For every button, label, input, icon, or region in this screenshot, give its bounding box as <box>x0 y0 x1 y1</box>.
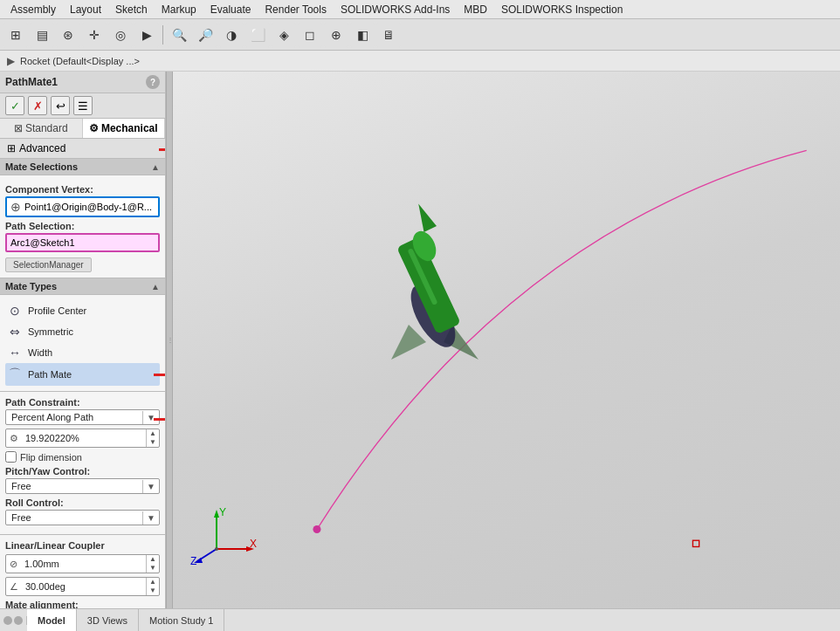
selection-manager-button[interactable]: SelectionManager <box>5 257 92 272</box>
path-selection-label: Path Selection: <box>5 221 160 231</box>
toolbar-btn-13[interactable]: 🖥 <box>376 23 401 47</box>
tab-model[interactable]: Model <box>27 609 77 631</box>
status-dot-2 <box>14 616 23 625</box>
coupler-field1-row[interactable]: ⊘ 1.00mm ▲ ▼ <box>5 554 160 573</box>
menu-layout[interactable]: Layout <box>63 2 108 17</box>
toolbar-btn-9[interactable]: ◈ <box>272 23 296 47</box>
document-title: Rocket (Default<Display ...> <box>20 56 140 66</box>
cancel-button[interactable]: ✗ <box>28 96 47 115</box>
svg-point-0 <box>313 525 320 533</box>
ok-button[interactable]: ✓ <box>5 96 24 115</box>
spinner-down[interactable]: ▼ <box>147 438 159 447</box>
coupler-icon-2: ∠ <box>6 580 22 594</box>
coupler-field2-value: 30.00deg <box>22 580 146 593</box>
toolbar-search[interactable]: 🔍 <box>167 23 191 47</box>
svg-rect-1 <box>692 540 699 546</box>
width-label: Width <box>28 347 52 358</box>
svg-marker-7 <box>412 201 437 232</box>
roll-arrow-icon[interactable]: ▼ <box>142 511 159 525</box>
mate-types-header[interactable]: Mate Types ▲ <box>0 278 165 295</box>
svg-marker-2 <box>391 325 426 360</box>
mate-selections-body: Component Vertex: ⊕ Point1@Origin@Body-1… <box>0 175 165 278</box>
mate-type-profile-center[interactable]: ⊙ Profile Center <box>5 300 160 321</box>
roll-dropdown[interactable]: Free ▼ <box>5 510 160 525</box>
tab-advanced[interactable]: ⊞ Advanced <box>0 139 165 159</box>
arrow-advanced-line <box>159 148 166 151</box>
panel-scroll-area[interactable]: Mate Selections ▲ Component Vertex: ⊕ Po… <box>0 159 165 608</box>
menu-solidworks-inspection[interactable]: SOLIDWORKS Inspection <box>494 2 630 17</box>
status-dot-1 <box>3 616 12 625</box>
coupler-spinner-1[interactable]: ▲ ▼ <box>146 555 159 573</box>
mate-type-width[interactable]: ↔ Width <box>5 342 160 363</box>
path-selection-field[interactable]: Arc1@Sketch1 <box>5 233 160 252</box>
mate-type-path-mate[interactable]: ⌒ Path Mate <box>5 363 160 386</box>
action-buttons-row: ✓ ✗ ↩ ☰ <box>0 93 165 119</box>
menu-render-tools[interactable]: Render Tools <box>258 2 334 17</box>
percent-input-row[interactable]: ⚙ 19.920220% ▲ ▼ <box>5 429 160 448</box>
mate-alignment-label: Mate alignment: <box>5 600 160 608</box>
3d-viewport[interactable]: Y X Z <box>173 72 840 608</box>
toolbar-zoom[interactable]: 🔎 <box>193 23 217 47</box>
main-toolbar: ⊞ ▤ ⊛ ✛ ◎ ▶ 🔍 🔎 ◑ ⬜ ◈ ◻ ⊕ ◧ 🖥 <box>0 19 840 51</box>
path-mate-wrapper: ⌒ Path Mate <box>5 363 160 386</box>
menu-mbd[interactable]: MBD <box>457 2 494 17</box>
pitch-yaw-arrow-icon[interactable]: ▼ <box>142 480 159 493</box>
mate-type-tabs: ⊠ Standard ⚙ Mechanical <box>0 119 165 139</box>
toolbar-btn-5[interactable]: ◎ <box>108 23 133 47</box>
toolbar-btn-8[interactable]: ⬜ <box>245 23 270 47</box>
coupler-spinner-2[interactable]: ▲ ▼ <box>146 578 159 595</box>
menu-solidworks-addins[interactable]: SOLIDWORKS Add-Ins <box>334 2 457 17</box>
toolbar-btn-10[interactable]: ◻ <box>298 23 322 47</box>
coupler-spinner-1-down[interactable]: ▼ <box>147 564 159 573</box>
panel-divider[interactable]: ⋮ <box>166 72 173 608</box>
spinner-up[interactable]: ▲ <box>147 429 159 438</box>
path-mate-label: Path Mate <box>28 369 72 380</box>
tab-3d-views[interactable]: 3D Views <box>77 609 139 631</box>
svg-text:X: X <box>250 538 257 550</box>
coupler-icon-1: ⊘ <box>6 557 21 572</box>
coupler-spinner-1-up[interactable]: ▲ <box>147 555 159 564</box>
path-constraint-dropdown[interactable]: Percent Along Path ▼ <box>5 409 160 425</box>
toolbar-btn-1[interactable]: ⊞ <box>3 23 28 47</box>
percent-spinner[interactable]: ▲ ▼ <box>146 429 159 447</box>
path-mate-icon: ⌒ <box>7 367 23 382</box>
coordinate-triad-svg: Y X Z <box>190 505 260 566</box>
pathmate-header: PathMate1 ? <box>0 72 165 93</box>
advanced-tab-icon: ⊞ <box>7 142 16 154</box>
help-button[interactable]: ? <box>146 75 160 89</box>
toolbar-btn-12[interactable]: ◧ <box>350 23 375 47</box>
toolbar-btn-11[interactable]: ⊕ <box>324 23 348 47</box>
tab-standard[interactable]: ⊠ Standard <box>0 119 83 138</box>
coupler-section: Linear/Linear Coupler ⊘ 1.00mm ▲ ▼ ∠ 30.… <box>0 535 165 608</box>
standard-tab-icon: ⊠ <box>14 122 23 134</box>
toolbar-btn-3[interactable]: ⊛ <box>56 23 80 47</box>
extra-button[interactable]: ☰ <box>73 96 93 115</box>
menu-assembly[interactable]: Assembly <box>3 2 63 17</box>
symmetric-icon: ⇔ <box>7 325 23 339</box>
menu-markup[interactable]: Markup <box>155 2 203 17</box>
coupler-spinner-2-down[interactable]: ▼ <box>147 586 159 595</box>
pitch-yaw-dropdown[interactable]: Free ▼ <box>5 478 160 494</box>
pitch-yaw-label: Pitch/Yaw Control: <box>5 466 160 477</box>
toolbar-btn-4[interactable]: ✛ <box>82 23 107 47</box>
arrow-path-mate <box>154 368 165 381</box>
coupler-field2-row[interactable]: ∠ 30.00deg ▲ ▼ <box>5 577 160 596</box>
menu-evaluate[interactable]: Evaluate <box>203 2 258 17</box>
tab-advanced-label: Advanced <box>19 142 65 154</box>
flip-dimension-checkbox[interactable] <box>5 451 17 463</box>
tab-motion-study-1[interactable]: Motion Study 1 <box>139 609 224 631</box>
percent-value: 19.920220% <box>22 431 146 445</box>
menu-sketch[interactable]: Sketch <box>108 2 155 17</box>
toolbar-btn-2[interactable]: ▤ <box>30 23 54 47</box>
toolbar-btn-6[interactable]: ▶ <box>134 23 159 47</box>
tab-mechanical[interactable]: ⚙ Mechanical <box>83 119 166 138</box>
coupler-spinner-2-up[interactable]: ▲ <box>147 578 159 586</box>
main-content: PathMate1 ? ✓ ✗ ↩ ☰ ⊠ Standard ⚙ Mechani… <box>0 72 840 608</box>
component-vertex-field[interactable]: ⊕ Point1@Origin@Body-1@R... <box>5 196 160 217</box>
coupler-title: Linear/Linear Coupler <box>5 540 160 551</box>
mate-selections-header[interactable]: Mate Selections ▲ <box>0 159 165 175</box>
mate-type-symmetric[interactable]: ⇔ Symmetric <box>5 321 160 342</box>
undo-button[interactable]: ↩ <box>51 96 70 115</box>
arrow-dropdown-line <box>154 418 165 421</box>
toolbar-btn-7[interactable]: ◑ <box>219 23 244 47</box>
